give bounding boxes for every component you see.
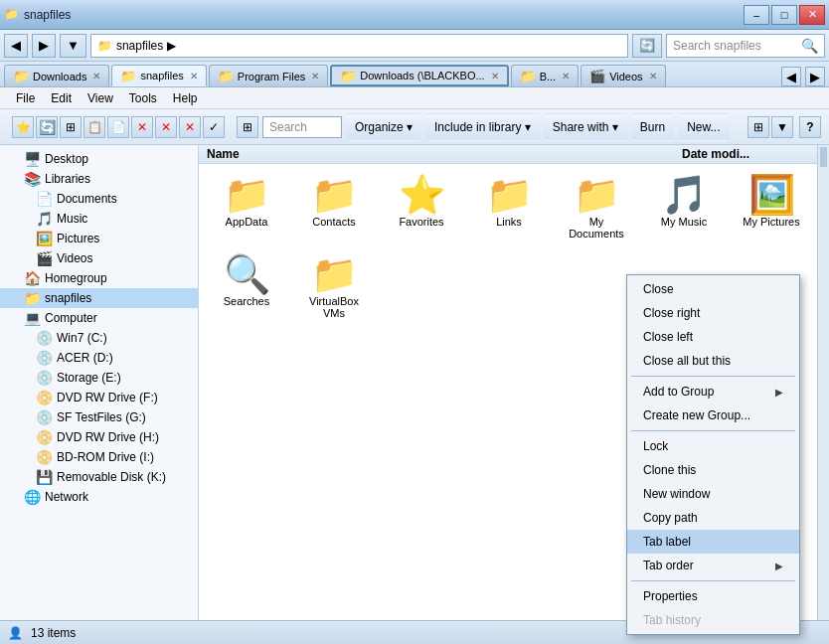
refresh-button[interactable]: 🔄	[632, 34, 662, 58]
tab-forward-button[interactable]: ▶	[805, 67, 825, 86]
ctx-create-new-group[interactable]: Create new Group...	[627, 403, 799, 427]
sidebar-item-dvdh[interactable]: 📀 DVD RW Drive (H:)	[0, 427, 198, 447]
toolbar-back-icon[interactable]: ⭐	[12, 116, 34, 138]
tab-close-videos[interactable]: ✕	[649, 71, 657, 81]
sidebar-item-storagee[interactable]: 💿 Storage (E:)	[0, 368, 198, 388]
tab-back-button[interactable]: ◀	[781, 67, 801, 86]
recent-button[interactable]: ▼	[60, 34, 86, 58]
file-item-contacts[interactable]: 📁 Contacts	[294, 172, 374, 243]
toolbar-redo-icon[interactable]: ✓	[203, 116, 225, 138]
share-with-button[interactable]: Share with ▾	[544, 113, 627, 141]
toolbar-paste-icon[interactable]: 📄	[107, 116, 129, 138]
file-icon-searches: 🔍	[224, 255, 270, 293]
ctx-add-to-group[interactable]: Add to Group ▶	[627, 380, 799, 403]
new-folder-button[interactable]: New...	[678, 113, 729, 141]
file-item-links[interactable]: 📁 Links	[469, 172, 549, 243]
sidebar-item-bdromi[interactable]: 📀 BD-ROM Drive (I:)	[0, 447, 198, 467]
include-library-button[interactable]: Include in library ▾	[425, 113, 540, 141]
back-button[interactable]: ◀	[4, 34, 28, 58]
sidebar-item-libraries[interactable]: 📚 Libraries	[0, 169, 198, 189]
ctx-clone-this[interactable]: Clone this	[627, 458, 799, 482]
tab-b[interactable]: 📁 B... ✕	[511, 65, 580, 86]
toolbar-search-placeholder: Search	[269, 120, 307, 134]
tab-close-snapfiles[interactable]: ✕	[190, 71, 198, 81]
help-icon[interactable]: ?	[799, 116, 821, 138]
sidebar-item-music[interactable]: 🎵 Music	[0, 209, 198, 229]
sidebar-item-videos[interactable]: 🎬 Videos	[0, 248, 198, 268]
views-icon[interactable]: ⊞	[747, 116, 769, 138]
forward-button[interactable]: ▶	[32, 34, 56, 58]
file-item-mydocs[interactable]: 📁 My Documents	[557, 172, 636, 243]
minimize-button[interactable]: –	[744, 5, 769, 25]
tab-close-downloads-1[interactable]: ✕	[92, 71, 100, 81]
sidebar-item-sftestg[interactable]: 💿 SF TestFiles (G:)	[0, 407, 198, 427]
view-toggle-icon[interactable]: ⊞	[237, 116, 258, 138]
burn-button[interactable]: Burn	[631, 113, 674, 141]
sidebar-item-dvdf[interactable]: 📀 DVD RW Drive (F:)	[0, 388, 198, 407]
sidebar-item-desktop[interactable]: 🖥️ Desktop	[0, 149, 198, 169]
sidebar-item-network[interactable]: 🌐 Network	[0, 487, 198, 507]
menu-tools[interactable]: Tools	[121, 89, 165, 107]
menu-file[interactable]: File	[8, 89, 43, 107]
organize-button[interactable]: Organize ▾	[346, 113, 421, 141]
file-icon-contacts: 📁	[311, 176, 358, 214]
address-path[interactable]: 📁 snapfiles ▶	[90, 34, 628, 58]
ctx-tab-label[interactable]: Tab label	[627, 530, 799, 554]
search-placeholder: Search snapfiles	[673, 39, 761, 53]
file-label-virtualbox: VirtualBox VMs	[298, 295, 370, 319]
ctx-tab-order[interactable]: Tab order ▶	[627, 554, 799, 577]
file-item-mymusic[interactable]: 🎵 My Music	[644, 172, 724, 243]
ctx-close-right[interactable]: Close right	[627, 301, 799, 325]
tab-close-downloads-2[interactable]: ✕	[491, 71, 499, 81]
ctx-close-all-but[interactable]: Close all but this	[627, 349, 799, 373]
ctx-lock[interactable]: Lock	[627, 434, 799, 458]
close-button[interactable]: ✕	[799, 5, 825, 25]
toolbar-forward-icon[interactable]: 🔄	[36, 116, 58, 138]
sidebar-item-homegroup[interactable]: 🏠 Homegroup	[0, 268, 198, 288]
sidebar-item-acerd[interactable]: 💿 ACER (D:)	[0, 348, 198, 368]
tab-downloads-2[interactable]: 📁 Downloads (\BLACKBO... ✕	[330, 65, 508, 86]
file-icon-favorites: ⭐	[399, 176, 445, 214]
file-item-favorites[interactable]: ⭐ Favorites	[382, 172, 461, 243]
menu-edit[interactable]: Edit	[43, 89, 80, 107]
toolbar-rename-icon[interactable]: ✕	[155, 116, 177, 138]
ctx-properties[interactable]: Properties	[627, 584, 799, 608]
ctx-close-left[interactable]: Close left	[627, 325, 799, 349]
sidebar-item-documents[interactable]: 📄 Documents	[0, 189, 198, 209]
toolbar-undo-icon[interactable]: ✕	[179, 116, 201, 138]
toolbar-delete-icon[interactable]: ✕	[131, 116, 153, 138]
sidebar-item-computer[interactable]: 💻 Computer	[0, 308, 198, 328]
ctx-new-window[interactable]: New window	[627, 482, 799, 506]
file-item-virtualbox[interactable]: 📁 VirtualBox VMs	[294, 251, 374, 323]
file-item-appdata[interactable]: 📁 AppData	[207, 172, 286, 243]
path-text: snapfiles ▶	[116, 39, 176, 53]
tab-program-files[interactable]: 📁 Program Files ✕	[209, 65, 328, 86]
ctx-close[interactable]: Close	[627, 277, 799, 301]
tab-close-program-files[interactable]: ✕	[311, 71, 319, 81]
menu-view[interactable]: View	[80, 89, 121, 107]
tab-videos[interactable]: 🎬 Videos ✕	[580, 65, 665, 86]
file-item-mypictures[interactable]: 🖼️ My Pictures	[732, 172, 811, 243]
tab-downloads-1[interactable]: 📁 Downloads ✕	[4, 65, 109, 86]
toolbar-windows-icon[interactable]: ⊞	[60, 116, 82, 138]
menu-help[interactable]: Help	[165, 89, 206, 107]
tab-icon-videos: 🎬	[589, 69, 605, 83]
tab-snapfiles[interactable]: 📁 snapfiles ✕	[111, 65, 206, 86]
window-title: snapfiles	[24, 8, 744, 22]
tab-label-downloads-2: Downloads (\BLACKBO...	[360, 70, 484, 81]
search-box[interactable]: Search snapfiles 🔍	[666, 34, 825, 58]
sidebar-item-snapfiles[interactable]: 📁 snapfiles	[0, 288, 198, 308]
sidebar-item-pictures[interactable]: 🖼️ Pictures	[0, 229, 198, 248]
sidebar-item-win7c[interactable]: 💿 Win7 (C:)	[0, 328, 198, 348]
file-icon-appdata: 📁	[224, 176, 270, 214]
status-icon: 👤	[8, 626, 23, 640]
tab-close-b[interactable]: ✕	[562, 71, 570, 81]
toolbar-search-box[interactable]: Search	[262, 116, 342, 138]
file-item-searches[interactable]: 🔍 Searches	[207, 251, 286, 323]
sidebar-item-removablek[interactable]: 💾 Removable Disk (K:)	[0, 467, 198, 487]
maximize-button[interactable]: □	[771, 5, 797, 25]
tab-icon-b: 📁	[520, 69, 536, 83]
ctx-copy-path[interactable]: Copy path	[627, 506, 799, 530]
views-dropdown-icon[interactable]: ▼	[771, 116, 793, 138]
toolbar-copy-icon[interactable]: 📋	[83, 116, 105, 138]
